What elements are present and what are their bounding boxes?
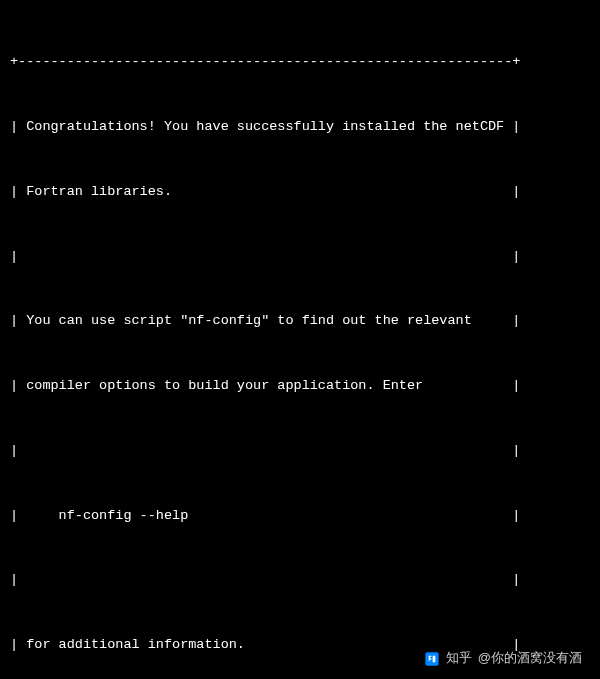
svg-rect-0 <box>425 652 438 665</box>
terminal-line: | nf-config --help | <box>10 505 590 527</box>
terminal-line: | Congratulations! You have successfully… <box>10 116 590 138</box>
watermark-user: @你的酒窝没有酒 <box>478 648 582 669</box>
terminal-line: | | <box>10 246 590 268</box>
watermark-prefix: 知乎 <box>446 648 472 669</box>
terminal-output: +---------------------------------------… <box>10 8 590 679</box>
terminal-line: | You can use script "nf-config" to find… <box>10 310 590 332</box>
terminal-line: | | <box>10 569 590 591</box>
watermark: 知乎 @你的酒窝没有酒 <box>424 648 582 669</box>
zhihu-logo-icon <box>424 651 440 667</box>
border-top: +---------------------------------------… <box>10 51 590 73</box>
terminal-line: | | <box>10 440 590 462</box>
terminal-line: | compiler options to build your applica… <box>10 375 590 397</box>
terminal-line: | Fortran libraries. | <box>10 181 590 203</box>
